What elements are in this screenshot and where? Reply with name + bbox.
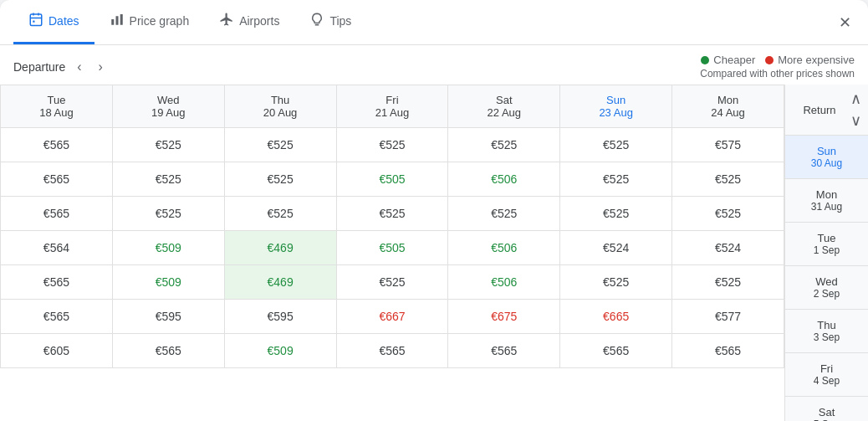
table-row[interactable]: €564€509€469€505€506€524€524 (1, 231, 784, 265)
return-dow: Thu (817, 319, 835, 331)
price-cell[interactable]: €509 (112, 265, 224, 300)
tab-airports-label: Airports (239, 14, 279, 28)
price-cell[interactable]: €565 (1, 128, 113, 162)
price-cell[interactable]: €675 (448, 300, 560, 334)
price-cell[interactable]: €525 (224, 162, 336, 197)
price-cell[interactable]: €509 (112, 231, 224, 265)
tab-dates[interactable]: Dates (13, 0, 94, 44)
col-sun: Sun23 Aug (560, 85, 672, 128)
price-cell[interactable]: €525 (560, 197, 672, 231)
return-header: Return ∧ ∨ (785, 85, 868, 136)
price-cell[interactable]: €595 (112, 300, 224, 334)
price-cell[interactable]: €525 (112, 128, 224, 162)
return-date-item[interactable]: Mon31 Aug (785, 179, 868, 223)
price-cell[interactable]: €605 (1, 334, 113, 368)
price-cell[interactable]: €565 (560, 334, 672, 368)
col-wed: Wed19 Aug (112, 85, 224, 128)
price-cell[interactable]: €577 (672, 300, 784, 334)
main-card: Dates Price graph Airports (0, 0, 868, 421)
return-date-item[interactable]: Thu3 Sep (785, 310, 868, 353)
price-cell[interactable]: €595 (224, 300, 336, 334)
svg-rect-4 (120, 14, 122, 25)
legend-row: Cheaper More expensive (701, 54, 855, 66)
price-cell[interactable]: €506 (448, 162, 560, 197)
table-header-row: Tue18 Aug Wed19 Aug Thu20 Aug Fri21 Aug … (1, 85, 784, 128)
table-row[interactable]: €605€565€509€565€565€565€565 (1, 334, 784, 368)
return-date-item[interactable]: Tue1 Sep (785, 223, 868, 266)
price-cell[interactable]: €505 (336, 231, 448, 265)
price-cell[interactable]: €525 (448, 128, 560, 162)
close-button[interactable]: ✕ (835, 10, 855, 35)
price-cell[interactable]: €565 (1, 197, 113, 231)
price-cell[interactable]: €565 (112, 334, 224, 368)
price-cell[interactable]: €525 (448, 197, 560, 231)
next-arrow[interactable]: › (94, 56, 108, 78)
col-mon: Mon24 Aug (672, 85, 784, 128)
price-cell[interactable]: €665 (560, 300, 672, 334)
price-cell[interactable]: €525 (112, 197, 224, 231)
col-tue: Tue18 Aug (1, 85, 113, 128)
price-cell[interactable]: €565 (1, 162, 113, 197)
table-row[interactable]: €565€525€525€505€506€525€525 (1, 162, 784, 197)
return-date-item[interactable]: Sat5 Sep (785, 397, 868, 421)
return-dow: Mon (816, 188, 837, 201)
tab-tips[interactable]: Tips (294, 0, 366, 44)
price-cell[interactable]: €525 (560, 162, 672, 197)
price-cell[interactable]: €525 (560, 265, 672, 300)
price-cell[interactable]: €564 (1, 231, 113, 265)
price-cell[interactable]: €525 (336, 128, 448, 162)
price-cell[interactable]: €565 (1, 300, 113, 334)
return-date-item[interactable]: Fri4 Sep (785, 353, 868, 397)
table-row[interactable]: €565€595€595€667€675€665€577 (1, 300, 784, 334)
prev-arrow[interactable]: ‹ (72, 56, 86, 78)
price-cell[interactable]: €525 (112, 162, 224, 197)
price-cell[interactable]: €525 (224, 197, 336, 231)
price-cell[interactable]: €525 (336, 265, 448, 300)
grid-wrapper: Tue18 Aug Wed19 Aug Thu20 Aug Fri21 Aug … (0, 85, 868, 421)
plane-icon (219, 12, 234, 30)
price-cell[interactable]: €525 (672, 197, 784, 231)
price-cell[interactable]: €565 (1, 265, 113, 300)
price-cell[interactable]: €469 (224, 231, 336, 265)
price-cell[interactable]: €525 (672, 265, 784, 300)
price-cell[interactable]: €524 (560, 231, 672, 265)
price-cell[interactable]: €565 (336, 334, 448, 368)
cheaper-legend: Cheaper (701, 54, 755, 66)
price-cell[interactable]: €565 (448, 334, 560, 368)
price-cell[interactable]: €525 (336, 197, 448, 231)
price-cell[interactable]: €506 (448, 265, 560, 300)
return-label: Return (790, 104, 849, 116)
expensive-label: More expensive (778, 54, 855, 66)
price-cell[interactable]: €525 (560, 128, 672, 162)
return-dow: Tue (818, 232, 836, 244)
price-cell[interactable]: €525 (672, 162, 784, 197)
tab-price-graph-label: Price graph (130, 14, 190, 28)
price-cell[interactable]: €469 (224, 265, 336, 300)
scroll-up-button[interactable]: ∧ (849, 88, 863, 110)
price-cell[interactable]: €667 (336, 300, 448, 334)
return-date-item[interactable]: Sun30 Aug (785, 136, 868, 179)
price-cell[interactable]: €565 (672, 334, 784, 368)
price-cell[interactable]: €509 (224, 334, 336, 368)
return-date: 3 Sep (814, 331, 840, 343)
table-row[interactable]: €565€525€525€525€525€525€525 (1, 197, 784, 231)
lightbulb-icon (309, 12, 324, 30)
return-date-item[interactable]: Wed2 Sep (785, 266, 868, 310)
tab-airports[interactable]: Airports (204, 0, 294, 44)
calendar-icon (28, 12, 43, 30)
tab-price-graph[interactable]: Price graph (94, 0, 205, 44)
col-sat: Sat22 Aug (448, 85, 560, 128)
return-dow: Wed (815, 275, 838, 288)
return-date: 4 Sep (814, 375, 840, 387)
price-cell[interactable]: €505 (336, 162, 448, 197)
return-date: 30 Aug (811, 157, 842, 169)
price-cell[interactable]: €524 (672, 231, 784, 265)
scroll-down-button[interactable]: ∨ (849, 110, 863, 131)
price-cell[interactable]: €525 (224, 128, 336, 162)
table-row[interactable]: €565€509€469€525€506€525€525 (1, 265, 784, 300)
price-cell[interactable]: €575 (672, 128, 784, 162)
legend-note: Compared with other prices shown (700, 68, 855, 80)
price-cell[interactable]: €506 (448, 231, 560, 265)
table-row[interactable]: €565€525€525€525€525€525€575 (1, 128, 784, 162)
expensive-legend: More expensive (765, 54, 855, 66)
